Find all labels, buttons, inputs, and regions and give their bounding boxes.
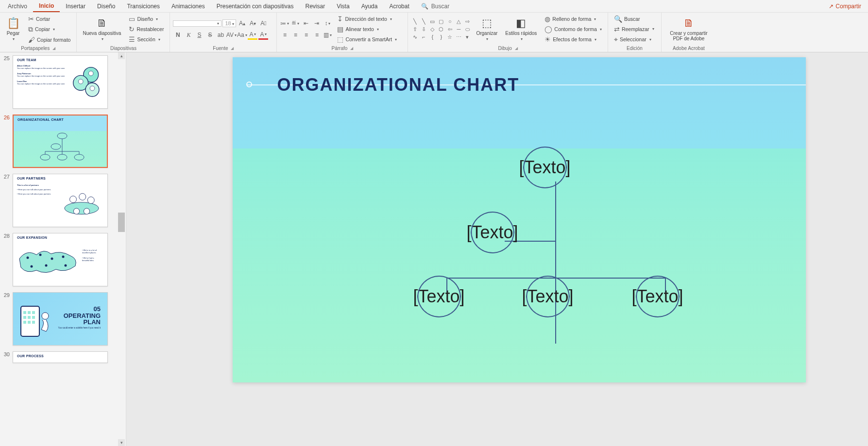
slide-title[interactable]: ORGANIZATIONAL CHART: [277, 75, 520, 95]
slide-thumbnail-26[interactable]: 26 ORGANIZATIONAL CHART: [0, 112, 126, 171]
underline-button[interactable]: S: [194, 30, 204, 40]
adobe-pdf-button[interactable]: 🗎 Crear y compartir PDF de Adobe: [664, 16, 713, 42]
org-chart-smartart[interactable]: [Texto] [Texto] [Texto] [Texto]: [359, 149, 728, 358]
tell-me-search[interactable]: 🔍 Buscar: [415, 3, 455, 10]
menu-revisar[interactable]: Revisar: [299, 1, 331, 12]
indent-button[interactable]: ⇥: [312, 18, 322, 28]
font-color-button[interactable]: A▾: [258, 30, 268, 40]
outdent-button[interactable]: ⇤: [301, 18, 311, 28]
shape-diamond-icon[interactable]: ◇: [428, 26, 436, 33]
shape-hex-icon[interactable]: ⬡: [437, 26, 445, 33]
shapes-gallery[interactable]: ╲╲▭▢○△⇨ ⇧⇩◇⬡⇦─⬭ ∿⌐{}☆⋯▾: [411, 18, 471, 40]
slide-thumbnail-30[interactable]: 30 OUR PROCESS: [0, 348, 126, 366]
shape-tri-icon[interactable]: △: [455, 18, 462, 25]
shape-brace-icon[interactable]: {: [428, 33, 436, 40]
slide-thumbnails-panel[interactable]: 25 OUR TEAM Albert Clifford You can repl…: [0, 52, 126, 446]
slide-thumbnail-25[interactable]: 25 OUR TEAM Albert Clifford You can repl…: [0, 52, 126, 112]
shape-more-icon[interactable]: ⋯: [455, 33, 462, 40]
shape-arrow-icon[interactable]: ⇨: [463, 18, 471, 25]
org-node-5[interactable]: [Texto]: [632, 286, 683, 307]
strikethrough-button[interactable]: S: [205, 30, 215, 40]
align-right-button[interactable]: ≡: [301, 30, 311, 40]
shape-line2-icon[interactable]: ─: [455, 26, 462, 33]
shape-outline-button[interactable]: ◯Contorno de forma▾: [542, 24, 605, 34]
increase-font-button[interactable]: A▴: [237, 18, 247, 28]
cut-button[interactable]: ✂Cortar: [25, 14, 73, 24]
smartart-button[interactable]: ⬚Convertir a SmartArt▾: [334, 34, 400, 44]
change-case-button[interactable]: Aa▾: [237, 30, 247, 40]
shape-oval-icon[interactable]: ○: [446, 18, 454, 25]
menu-diseno[interactable]: Diseño: [91, 1, 121, 12]
replace-button[interactable]: ⇄Reemplazar▾: [611, 24, 657, 34]
find-button[interactable]: 🔍Buscar: [611, 14, 657, 24]
shape-effects-button[interactable]: ☀Efectos de forma▾: [542, 34, 605, 44]
section-button[interactable]: ☰Sección▾: [126, 34, 167, 44]
slide-26[interactable]: ORGANIZATIONAL CHART [Texto] [Texto]: [233, 57, 806, 382]
slide-thumbnail-29[interactable]: 29 05 OPERATING PLAN You could enter a s…: [0, 289, 126, 348]
menu-insertar[interactable]: Insertar: [60, 1, 91, 12]
dialog-launcher-icon[interactable]: ◢: [52, 46, 55, 50]
menu-archivo[interactable]: Archivo: [2, 1, 33, 12]
scroll-down-button[interactable]: ▾: [118, 439, 125, 446]
decrease-font-button[interactable]: A▾: [248, 18, 257, 28]
justify-button[interactable]: ≡: [312, 30, 322, 40]
scroll-up-button[interactable]: ▴: [118, 52, 125, 59]
bullets-button[interactable]: ≔▾: [280, 18, 289, 28]
reset-button[interactable]: ↻Restablecer: [126, 24, 167, 34]
char-spacing-button[interactable]: AV▾: [226, 30, 236, 40]
align-center-button[interactable]: ≡: [290, 30, 300, 40]
copy-button[interactable]: ⧉Copiar▾: [25, 24, 73, 34]
shape-arrow-dn-icon[interactable]: ⇩: [420, 26, 427, 33]
menu-presentacion[interactable]: Presentación con diapositivas: [211, 1, 300, 12]
dialog-launcher-icon[interactable]: ◢: [350, 46, 353, 50]
new-slide-button[interactable]: 🗎 Nueva diapositiva ▾: [80, 16, 124, 42]
org-node-4[interactable]: [Texto]: [522, 286, 574, 307]
columns-button[interactable]: ▥▾: [323, 30, 332, 40]
menu-animaciones[interactable]: Animaciones: [166, 1, 211, 12]
chevron-down-icon[interactable]: ▾: [463, 33, 471, 40]
menu-acrobat[interactable]: Acrobat: [383, 1, 415, 12]
org-node-3[interactable]: [Texto]: [413, 286, 465, 307]
slide-canvas-area[interactable]: ORGANIZATIONAL CHART [Texto] [Texto]: [126, 52, 868, 446]
font-highlight-button[interactable]: A▾: [248, 30, 257, 40]
org-node-1[interactable]: [Texto]: [519, 157, 571, 178]
font-size-combo[interactable]: 18▾: [222, 19, 236, 27]
shape-arrow2-icon[interactable]: ⇦: [446, 26, 454, 33]
italic-button[interactable]: K: [184, 30, 193, 40]
quick-styles-button[interactable]: ◧Estilos rápidos▾: [502, 16, 540, 42]
shape-rect-icon[interactable]: ▭: [428, 18, 436, 25]
shadow-button[interactable]: ab: [216, 30, 225, 40]
menu-ayuda[interactable]: Ayuda: [356, 1, 384, 12]
shape-line-icon[interactable]: ╲: [420, 18, 427, 25]
shape-fill-button[interactable]: ◍Relleno de forma▾: [542, 14, 605, 24]
menu-inicio[interactable]: Inicio: [33, 0, 60, 12]
shape-conn-icon[interactable]: ⌐: [420, 33, 427, 40]
layout-button[interactable]: ▭Diseño▾: [126, 14, 167, 24]
menu-transiciones[interactable]: Transiciones: [121, 1, 166, 12]
shape-star-icon[interactable]: ☆: [446, 33, 454, 40]
shape-line-icon[interactable]: ╲: [411, 18, 419, 25]
text-direction-button[interactable]: ↧Dirección del texto▾: [334, 14, 400, 24]
menu-vista[interactable]: Vista: [331, 1, 355, 12]
scrollbar-thumb[interactable]: [118, 213, 125, 232]
dialog-launcher-icon[interactable]: ◢: [515, 46, 518, 50]
shape-curve-icon[interactable]: ∿: [411, 33, 419, 40]
dialog-launcher-icon[interactable]: ◢: [231, 46, 234, 50]
slide-thumbnail-27[interactable]: 27 OUR PARTNERS This is a list of partne…: [0, 171, 126, 230]
format-painter-button[interactable]: 🖌Copiar formato: [25, 35, 73, 45]
line-spacing-button[interactable]: ↕▾: [323, 18, 332, 28]
shape-rect-icon[interactable]: ▢: [437, 18, 445, 25]
org-node-2[interactable]: [Texto]: [467, 222, 518, 243]
align-text-button[interactable]: ▤Alinear texto▾: [334, 24, 400, 34]
select-button[interactable]: ⌖Seleccionar▾: [611, 34, 657, 45]
shape-arrow-up-icon[interactable]: ⇧: [411, 26, 419, 33]
bold-button[interactable]: N: [173, 30, 183, 40]
share-button[interactable]: ↗ Compartir: [824, 1, 866, 12]
font-name-combo[interactable]: ▾: [173, 20, 221, 27]
paste-button[interactable]: 📋 Pegar ▾: [3, 16, 23, 42]
slide-thumbnail-28[interactable]: 28 OUR EXPANSION • We're in a lot of exc…: [0, 230, 126, 289]
shape-callout-icon[interactable]: ⬭: [463, 26, 471, 33]
shape-brace2-icon[interactable]: }: [437, 33, 445, 40]
numbering-button[interactable]: ≝▾: [290, 18, 300, 28]
clear-format-button[interactable]: A⃠: [258, 18, 268, 28]
